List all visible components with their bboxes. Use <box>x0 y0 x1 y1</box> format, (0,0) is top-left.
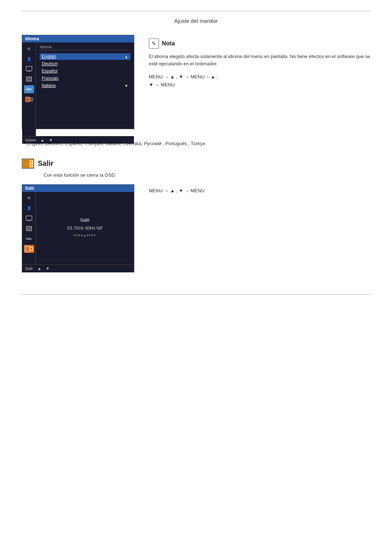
top-rule <box>22 11 370 11</box>
idioma-bottom-down: ▼ <box>49 138 53 142</box>
salir-section: ↵ Salir Con esta función se cierra la OS… <box>22 159 370 272</box>
lang-arrow-up: ▲ <box>124 55 128 59</box>
svg-rect-5 <box>26 98 29 101</box>
lang-english-label: English <box>42 54 56 59</box>
idioma-osd-main: Idioma English ▲ Deutsch Español <box>36 42 134 136</box>
svg-rect-18 <box>30 247 33 250</box>
idioma-bottom-bar: Volver ▲ ▼ <box>22 136 134 144</box>
salir-nav: MENU → ▲ , ▼ → MENU <box>149 184 370 197</box>
idioma-sidebar: ⚙ 👤 Abc <box>22 42 36 136</box>
idioma-osd-box: Idioma ⚙ 👤 Abc <box>22 35 134 129</box>
svg-text:↵: ↵ <box>30 162 33 166</box>
idioma-sub-label: Idioma <box>40 45 130 50</box>
salir-freq: 53.7KHz 60Hz NP <box>67 226 102 231</box>
lang-italiano-label: Italiano <box>42 83 56 88</box>
salir-row: Salir ⚙ 👤 Abc <box>22 184 370 272</box>
svg-rect-3 <box>26 77 32 81</box>
salir-title: Salir <box>38 159 53 168</box>
salir-sidebar-icon-input <box>24 214 34 222</box>
salir-bottom-up: ▲ <box>37 266 41 271</box>
salir-sidebar-icon-exit <box>24 245 34 253</box>
salir-icon: ↵ <box>22 159 34 169</box>
salir-bottom-bar: Salir ▲ ▼ <box>22 264 134 272</box>
salir-description: Con esta función se cierra la OSD. <box>44 172 370 178</box>
salir-sidebar-icon-gear: ⚙ <box>24 194 34 202</box>
salir-dots: ****×**** <box>74 234 96 239</box>
salir-osd-box: Salir ⚙ 👤 Abc <box>22 184 134 272</box>
lang-item-italiano: Italiano ▼ <box>40 82 130 89</box>
nota-box: ✎ Nota El idioma elegido afecta solament… <box>149 35 370 129</box>
bottom-rule <box>22 294 370 295</box>
nota-nav: MENU → ▲ , ▼ → MENU→ ▲ ,▼ → MENU <box>149 73 370 89</box>
sidebar-icon-exit <box>24 95 34 103</box>
salir-heading: ↵ Salir <box>22 159 370 169</box>
sidebar-icon-user: 👤 <box>24 55 34 63</box>
salir-bottom-down: ▼ <box>46 266 50 271</box>
salir-sidebar-icon-rect <box>24 225 34 233</box>
lang-item-francais: Français <box>40 75 130 82</box>
lang-item-deutsch: Deutsch <box>40 61 130 67</box>
sidebar-icon-rect <box>24 75 34 83</box>
nota-header: ✎ Nota <box>149 38 370 49</box>
nota-body: El idioma elegido afecta solamente al id… <box>149 53 370 67</box>
salir-sidebar-icon-abc: Abc <box>24 235 34 243</box>
page-title: Ajuste del monitor <box>22 18 370 24</box>
svg-rect-16 <box>26 226 32 231</box>
lang-arrow-down: ▼ <box>124 84 128 88</box>
idioma-bottom-back: Volver <box>25 138 36 142</box>
lang-deutsch-label: Deutsch <box>42 61 58 66</box>
salir-sidebar-icon-user: 👤 <box>24 204 34 212</box>
svg-rect-13 <box>26 216 32 220</box>
nota-title: Nota <box>162 40 175 47</box>
svg-rect-0 <box>26 66 32 71</box>
salir-main-label: Salir <box>80 217 90 223</box>
idioma-osd-inner: ⚙ 👤 Abc <box>22 42 134 136</box>
lang-item-english: English ▲ <box>40 53 130 60</box>
lang-item-espanol: Español <box>40 68 130 74</box>
idioma-osd-title: Idioma <box>22 35 134 42</box>
sidebar-icon-abc: Abc <box>24 85 34 93</box>
salir-bottom-label: Salir <box>25 266 33 271</box>
svg-rect-10 <box>24 161 29 167</box>
lang-espanol-label: Español <box>42 69 57 74</box>
salir-osd-inner: ⚙ 👤 Abc <box>22 192 134 264</box>
salir-sidebar: ⚙ 👤 Abc <box>22 192 36 264</box>
salir-osd-main: Salir 53.7KHz 60Hz NP ****×**** <box>36 192 134 264</box>
idioma-section: Idioma ⚙ 👤 Abc <box>22 35 370 129</box>
sidebar-icon-gear: ⚙ <box>24 45 34 53</box>
nota-icon: ✎ <box>149 38 159 49</box>
idioma-bottom-up: ▲ <box>41 138 45 142</box>
lang-francais-label: Français <box>42 76 58 81</box>
idioma-lang-list: English ▲ Deutsch Español Français <box>40 53 130 89</box>
svg-rect-17 <box>25 246 30 251</box>
sidebar-icon-input <box>24 65 34 73</box>
salir-osd-title: Salir <box>22 185 134 192</box>
